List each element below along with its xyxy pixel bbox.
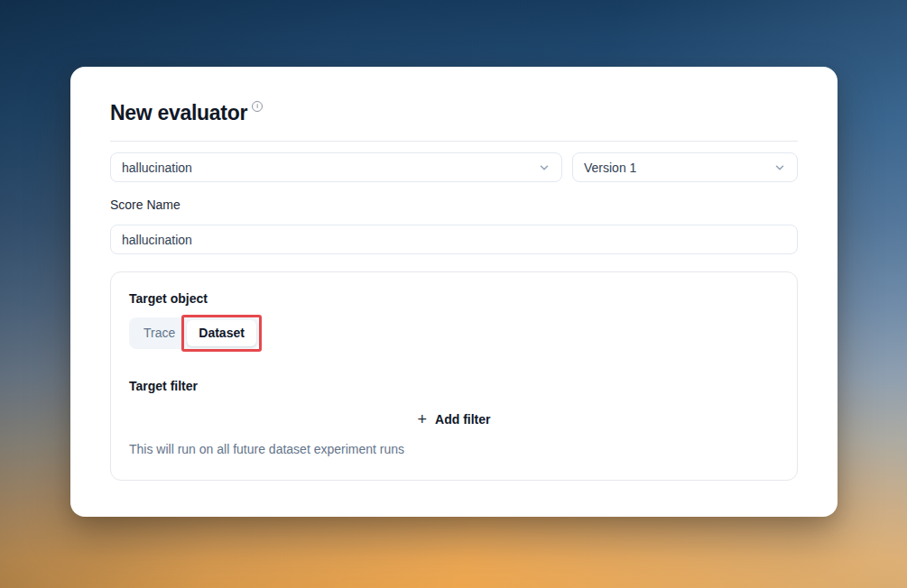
evaluator-version-select[interactable]: Version 1 (572, 152, 798, 182)
chevron-down-icon (773, 161, 786, 174)
score-name-input[interactable] (110, 225, 798, 254)
add-filter-row: + Add filter (129, 409, 779, 430)
add-filter-button[interactable]: + Add filter (418, 409, 491, 430)
plus-icon: + (418, 410, 428, 428)
toggle-option-trace[interactable]: Trace (132, 320, 187, 346)
evaluator-template-value: hallucination (122, 161, 192, 175)
evaluator-selects-row: hallucination Version 1 (110, 152, 798, 182)
target-object-toggle: Trace Dataset (129, 317, 259, 349)
score-name-label: Score Name (110, 198, 798, 213)
toggle-option-dataset[interactable]: Dataset (187, 320, 256, 346)
page-title: New evaluator (110, 100, 247, 125)
chevron-down-icon (538, 161, 551, 174)
dialog-header: New evaluator i (110, 100, 798, 125)
evaluator-version-value: Version 1 (584, 161, 636, 175)
target-filter-label: Target filter (129, 379, 779, 394)
target-hint-text: This will run on all future dataset expe… (129, 442, 779, 457)
target-object-label: Target object (129, 291, 779, 307)
new-evaluator-dialog: New evaluator i hallucination Version 1 … (70, 67, 838, 517)
header-divider (110, 141, 798, 142)
evaluator-template-select[interactable]: hallucination (110, 152, 562, 182)
info-icon[interactable]: i (252, 101, 263, 112)
desktop-background: New evaluator i hallucination Version 1 … (0, 0, 907, 588)
add-filter-label: Add filter (435, 409, 490, 430)
target-section: Target object Trace Dataset Target filte… (110, 271, 798, 481)
toggle-option-dataset-label: Dataset (199, 326, 245, 340)
